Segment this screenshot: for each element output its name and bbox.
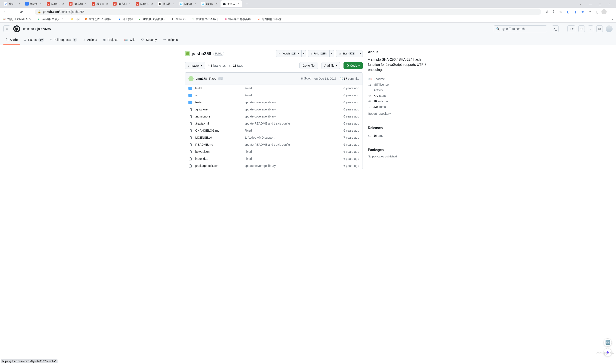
close-icon[interactable]: × (61, 2, 65, 6)
packages-heading[interactable]: Packages (368, 148, 431, 152)
close-icon[interactable]: × (237, 2, 240, 6)
releases-tags-link[interactable]: 🏷16 tags (368, 133, 431, 138)
repo-nav-tab[interactable]: 📖Wiki (122, 35, 137, 45)
bookmark-star-icon[interactable]: ☆ (558, 9, 564, 15)
browser-tab[interactable]: C(16条消× (111, 0, 134, 7)
about-link[interactable]: ⑂235 forks (368, 104, 431, 110)
about-link[interactable]: 〰Activity (368, 87, 431, 93)
file-commit-msg[interactable]: update coverage library (245, 108, 343, 111)
latest-commit[interactable]: emn178 Fixed … 189bb9b on Dec 18, 2017 🕓… (185, 73, 363, 85)
code-button[interactable]: ⟨⟩Code▾ (343, 62, 363, 69)
browser-tab[interactable]: C(16条消× (134, 0, 156, 7)
file-commit-msg[interactable]: update README and travis config (245, 122, 343, 125)
bookmark-item[interactable]: 📁天阳 (70, 17, 80, 21)
browser-tab[interactable]: ⧉什么是× (156, 0, 177, 7)
bookmark-item[interactable]: ◈稀土掘金 (118, 17, 134, 21)
forward-button[interactable]: → (10, 9, 16, 15)
goto-file-button[interactable]: Go to file (300, 62, 318, 69)
watch-button[interactable]: 👁Watch18▾ (276, 50, 301, 57)
file-name[interactable]: LICENSE.txt (195, 136, 245, 139)
file-commit-msg[interactable]: update coverage library (245, 115, 343, 118)
chrome-menu-icon[interactable]: ⋮ (608, 9, 614, 15)
ext-icon-1[interactable]: ◐ (565, 9, 571, 15)
browser-tab[interactable]: ⟳首页 - × (2, 0, 23, 7)
star-button[interactable]: ☆Star772 (336, 50, 358, 57)
file-commit-msg[interactable]: 1. Added AMD support. (245, 136, 343, 139)
file-name[interactable]: index.d.ts (195, 157, 245, 160)
browser-tab[interactable]: C(16条消× (67, 0, 89, 7)
close-icon[interactable]: × (39, 2, 42, 6)
minimize-button[interactable]: — (585, 0, 595, 7)
close-icon[interactable]: × (84, 2, 87, 6)
report-repo-link[interactable]: Report repository (368, 111, 431, 117)
file-name[interactable]: bower.json (195, 150, 245, 153)
close-window-button[interactable]: ✕ (605, 0, 614, 7)
about-link[interactable]: 📖Readme (368, 76, 431, 82)
command-palette-button[interactable]: >_ (552, 26, 559, 32)
close-icon[interactable]: × (105, 2, 109, 6)
breadcrumb-owner[interactable]: emn178 (23, 27, 34, 31)
maximize-button[interactable]: ▢ (595, 0, 605, 7)
user-avatar[interactable] (606, 26, 613, 32)
sidepanel-icon[interactable]: ▯ (594, 9, 600, 15)
close-icon[interactable]: × (172, 2, 175, 6)
bookmark-item[interactable]: ●XP模块-面具模块-... (137, 17, 167, 21)
file-commit-msg[interactable]: Fixed (245, 93, 343, 97)
home-button[interactable]: ⌂ (27, 9, 32, 15)
file-name[interactable]: tests (195, 101, 245, 104)
repo-nav-tab[interactable]: ▦Projects (101, 35, 120, 45)
tab-list-button[interactable]: ⌄ (576, 0, 585, 7)
file-name[interactable]: README.md (195, 143, 245, 146)
repo-title[interactable]: js-sha256 (192, 51, 211, 56)
back-button[interactable]: ← (2, 9, 8, 15)
repo-nav-tab[interactable]: ⊙Issues10 (22, 35, 46, 45)
commit-message[interactable]: Fixed (209, 77, 216, 80)
install-app-icon[interactable]: ⇲ (543, 9, 549, 15)
repo-nav-tab[interactable]: 🛡Security (139, 35, 159, 45)
url-input[interactable]: 🔒 github.com/emn178/js-sha256 (35, 9, 541, 15)
file-commit-msg[interactable]: Fixed (245, 157, 343, 160)
bookmark-item[interactable]: 📊首页 - ECharts图表... (2, 17, 33, 21)
close-icon[interactable]: × (17, 2, 21, 6)
repo-nav-tab[interactable]: 〰Insights (161, 35, 180, 45)
ext-icon-2[interactable]: ▮ (572, 9, 578, 15)
file-name[interactable]: .travis.yml (195, 122, 245, 125)
branch-selector[interactable]: ⑂master▾ (185, 62, 205, 69)
close-icon[interactable]: × (128, 2, 131, 6)
file-commit-msg[interactable]: update coverage library (245, 164, 343, 168)
commit-ellipsis[interactable]: … (218, 77, 223, 80)
file-name[interactable]: package-lock.json (195, 164, 245, 168)
file-name[interactable]: .gitignore (195, 108, 245, 111)
about-link[interactable]: ☆772 stars (368, 93, 431, 98)
file-commit-msg[interactable]: Fixed (245, 150, 343, 153)
file-name[interactable]: .npmignore (195, 115, 245, 118)
fork-button[interactable]: ⑂Fork235 (308, 50, 329, 57)
file-commit-msg[interactable]: update README and travis config (245, 143, 343, 146)
branches-link[interactable]: ⑂6 branches (208, 64, 226, 67)
bookmark-item[interactable]: ⬙vue项目中嵌入 「... (37, 17, 66, 21)
commits-count[interactable]: 🕓 37 commits (340, 77, 359, 80)
browser-tab[interactable]: C写文章× (90, 0, 111, 7)
about-link[interactable]: ⚖MIT license (368, 82, 431, 87)
extensions-icon[interactable]: ✦ (587, 9, 593, 15)
browser-tab[interactable]: 🌐SHA25× (177, 0, 199, 7)
repo-nav-tab[interactable]: ▷Actions (81, 35, 99, 45)
github-logo[interactable] (13, 26, 20, 32)
repo-nav-tab[interactable]: ⟨ ⟩Code (3, 35, 20, 45)
new-tab-button[interactable]: + (244, 1, 250, 7)
bookmark-overflow-icon[interactable]: » (612, 17, 614, 21)
profile-avatar-icon[interactable] (602, 9, 607, 14)
file-name[interactable]: build (195, 87, 245, 90)
inbox-button[interactable]: ✉ (596, 26, 603, 32)
hamburger-button[interactable]: ≡ (3, 26, 10, 32)
bookmark-item[interactable]: ◢免费图像压缩器: ... (257, 17, 285, 21)
tags-link[interactable]: 🏷16 tags (229, 64, 243, 67)
pull-requests-button[interactable]: ⑂ (588, 26, 593, 32)
fork-dropdown[interactable]: ▾ (329, 50, 334, 57)
about-link[interactable]: 👁18 watching (368, 98, 431, 104)
breadcrumb-repo[interactable]: js-sha256 (37, 27, 51, 31)
browser-tab[interactable]: 新标签× (23, 0, 44, 7)
share-icon[interactable]: ⤴ (550, 9, 557, 15)
repo-nav-tab[interactable]: ⑂Pull requests8 (48, 35, 79, 45)
star-dropdown[interactable]: ▾ (358, 50, 363, 57)
